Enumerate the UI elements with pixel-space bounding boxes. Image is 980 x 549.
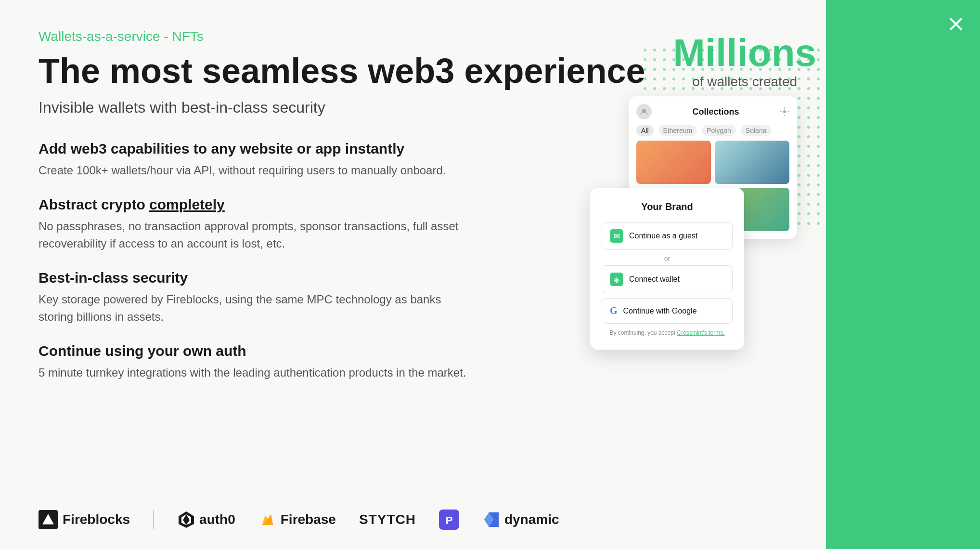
- connect-wallet-label: Connect wallet: [629, 275, 680, 284]
- partner-firebase: Firebase: [258, 510, 336, 529]
- millions-label: of wallets created: [673, 74, 816, 90]
- or-divider: or: [602, 255, 733, 262]
- collections-header: Collections: [636, 104, 789, 119]
- guest-label: Continue as a guest: [629, 232, 697, 240]
- partner-fireblocks: Fireblocks: [39, 510, 130, 529]
- terms-link[interactable]: Crossmint's terms.: [677, 329, 725, 336]
- fireblocks-label: Fireblocks: [63, 512, 130, 527]
- millions-stat: Millions of wallets created: [673, 34, 816, 90]
- filter-all[interactable]: All: [636, 125, 654, 136]
- wallet-icon: ◈: [610, 273, 623, 286]
- close-button[interactable]: [943, 12, 968, 37]
- filter-ethereum[interactable]: Ethereum: [658, 125, 697, 136]
- green-sidebar: [826, 0, 980, 549]
- collections-filters: All Ethereum Polygon Solana: [636, 125, 789, 136]
- feature-desc-4: 5 minute turnkey integrations with the l…: [39, 364, 472, 381]
- connect-wallet-button[interactable]: ◈ Connect wallet: [602, 265, 733, 293]
- settings-icon: [780, 107, 789, 117]
- google-button[interactable]: G Continue with Google: [602, 298, 733, 324]
- firebase-label: Firebase: [281, 512, 336, 527]
- fireblocks-icon: [39, 510, 58, 529]
- svg-point-14: [783, 110, 786, 113]
- feature-desc-3: Key storage powered by Fireblocks, using…: [39, 291, 472, 326]
- partner-divider: [153, 510, 154, 529]
- auth-card-title: Your Brand: [602, 201, 733, 212]
- filter-polygon[interactable]: Polygon: [702, 125, 736, 136]
- auth0-label: auth0: [199, 512, 235, 527]
- google-icon: G: [610, 305, 618, 316]
- feature-desc-1: Create 100k+ wallets/hour via API, witho…: [39, 162, 472, 179]
- partner-auth0: auth0: [177, 510, 235, 529]
- auth-card: Your Brand ✉ Continue as a guest or ◈ Co…: [590, 188, 744, 350]
- collections-title: Collections: [692, 107, 739, 117]
- auth-terms: By continuing, you accept Crossmint's te…: [602, 329, 733, 336]
- partners-bar: Fireblocks auth0 Firebase STYTCH P: [39, 510, 559, 530]
- guest-button[interactable]: ✉ Continue as a guest: [602, 222, 733, 250]
- filter-solana[interactable]: Solana: [741, 125, 772, 136]
- svg-text:P: P: [446, 514, 453, 526]
- dynamic-icon: [482, 510, 501, 529]
- stytch-label: STYTCH: [359, 512, 416, 527]
- auth0-icon: [177, 510, 195, 529]
- nft-thumb-2[interactable]: [715, 141, 789, 184]
- millions-number: Millions: [673, 34, 816, 72]
- partner-dynamic: dynamic: [482, 510, 559, 529]
- feature-title-2-plain: Abstract crypto: [39, 196, 149, 212]
- firebase-icon: [258, 510, 277, 529]
- nft-thumb-1[interactable]: [636, 141, 711, 184]
- feature-title-2-underlined: completely: [149, 196, 225, 212]
- feature-desc-2: No passphrases, no transaction approval …: [39, 218, 472, 252]
- dynamic-label: dynamic: [504, 512, 559, 527]
- hashicorp-icon: P: [439, 510, 459, 530]
- partner-hashicorp: P: [439, 510, 459, 530]
- partner-stytch: STYTCH: [359, 512, 416, 527]
- collections-avatar: [636, 104, 652, 119]
- google-label: Continue with Google: [623, 307, 697, 315]
- email-icon: ✉: [610, 229, 623, 243]
